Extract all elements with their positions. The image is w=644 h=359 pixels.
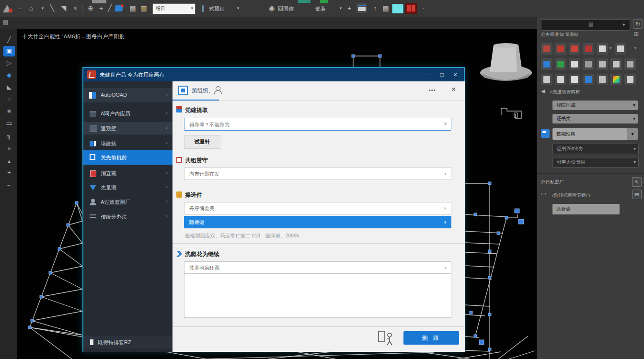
sidebar-item-3-selected[interactable]: 关先前机前 [83, 150, 172, 165]
panel-button[interactable]: 既析囊 [552, 204, 620, 214]
tool-rect-icon[interactable]: ▣ [3, 46, 15, 56]
tool-grid-icon[interactable] [624, 74, 636, 85]
section4-row[interactable]: 梵蒂冈疯狂画› [184, 261, 451, 274]
search-input[interactable] [188, 119, 435, 130]
caret-down-icon[interactable]: ▾ [634, 46, 636, 50]
tool-move-icon[interactable]: + [3, 168, 15, 178]
tool-grid-icon[interactable] [555, 74, 566, 85]
tool-plane-icon[interactable]: ▭ [3, 118, 15, 129]
erase-icon[interactable]: × [70, 3, 80, 13]
tool-grid-icon[interactable] [597, 43, 608, 55]
minus-icon[interactable]: – [15, 3, 26, 13]
red-window-icon[interactable] [405, 3, 417, 14]
arrow-right-icon[interactable]: ▸ [623, 22, 625, 27]
dropdown-3[interactable]: 整能性锵 ▾ [552, 128, 638, 140]
table-icon[interactable] [356, 3, 367, 13]
content-close-icon[interactable]: × [451, 85, 456, 94]
tool-curve-icon[interactable]: ∽ [3, 180, 15, 191]
tool-grid-icon[interactable] [555, 43, 566, 55]
combobox-caret-icon[interactable]: ▾ [191, 6, 193, 11]
layer-row-label[interactable]: 7阶段托素营养组自 [552, 192, 590, 199]
grid-icon[interactable]: ⊞ [634, 31, 639, 37]
tool-flag-icon[interactable]: ◣ [3, 82, 15, 92]
tool-grid-icon[interactable] [541, 43, 552, 55]
restore-button[interactable]: □ [437, 70, 447, 79]
printer-icon[interactable]: ▤ [380, 3, 391, 13]
parallel-icon[interactable]: ∥ [198, 3, 208, 13]
section3-row1[interactable]: 丹序编览美› [184, 202, 451, 214]
tool-grid-icon[interactable] [583, 74, 594, 85]
sidebar-footer-item[interactable]: 既得特排装RZ [83, 336, 172, 348]
tool-draw-icon[interactable]: ╱ [3, 34, 15, 45]
sidebar-item-4[interactable]: 消直藏› [83, 167, 172, 180]
chevron-down-icon[interactable]: ▾ [37, 3, 48, 13]
sidebar-item-0[interactable]: A同户内应历› [83, 107, 172, 120]
tool-grid-icon[interactable] [624, 58, 636, 70]
sidebar-item-6[interactable]: A过效监测厂› [83, 196, 172, 208]
caret-cell[interactable]: ▾ [627, 128, 638, 140]
add-icon[interactable]: + [344, 3, 355, 13]
tool-polygon-icon[interactable]: ▷ [3, 58, 15, 68]
tool-grid-icon[interactable] [615, 43, 626, 55]
sheet-icon[interactable]: ▤ [127, 3, 138, 13]
center-icon[interactable]: ⊕ [85, 3, 96, 13]
tool-lasso-icon[interactable]: ○ [3, 94, 15, 104]
tool-trim-icon[interactable]: × [3, 144, 15, 154]
line-icon[interactable]: ╱ [104, 3, 115, 13]
tool-grid-icon[interactable] [541, 74, 552, 85]
create-button[interactable]: 试量针 [184, 135, 220, 149]
sidebar-item-2[interactable]: 培建筑› [83, 137, 172, 150]
toolbar-label-1[interactable]: 式预程 [209, 5, 231, 12]
sidebar-header-autocad[interactable]: AutoOOAD › [83, 88, 172, 102]
primary-action-button[interactable]: 删 跟 [403, 331, 459, 345]
menu-dots[interactable]: ••• [429, 87, 436, 93]
tool-grid-icon[interactable] [610, 58, 622, 70]
caret-down-icon[interactable]: ▾ [610, 46, 611, 50]
tool-grid-icon[interactable] [555, 58, 566, 70]
minimize-button[interactable]: – [424, 70, 433, 79]
globe-icon[interactable]: ◉ [266, 3, 277, 13]
tool-grid-icon[interactable] [583, 43, 594, 55]
layer-combobox[interactable]: 细目 ▾ [152, 3, 196, 14]
blue-tool-icon[interactable] [115, 4, 125, 12]
content-tab[interactable]: 第组织、 [178, 85, 231, 98]
tool-solid-icon[interactable]: ■ [3, 106, 15, 116]
dialog-titlebar[interactable]: 未健世产品 今为在用应画有 – □ × [83, 68, 464, 81]
sidebar-item-1[interactable]: 速致壁› [83, 122, 172, 135]
doc-icon[interactable]: ▤ [3, 19, 8, 25]
sheet2-icon[interactable]: ▥ [138, 3, 149, 13]
label1-caret-icon[interactable]: ▾ [233, 3, 243, 13]
clear-input-icon[interactable]: × [444, 121, 447, 127]
shear-icon[interactable]: ◥ [58, 3, 69, 13]
up-arrow-icon[interactable]: ↑ [370, 3, 380, 13]
tool-grid-icon[interactable] [569, 58, 580, 70]
dropdown-2[interactable]: 还书类▾ [552, 114, 638, 123]
search-box[interactable]: ▤ ▸ [541, 19, 630, 31]
tool-grid-icon[interactable] [541, 58, 552, 70]
section2-row[interactable]: 向市计划在发› [184, 168, 451, 180]
tool-point-icon[interactable]: ▴ [3, 156, 15, 167]
sidebar-item-7[interactable]: 传统分办法› [83, 211, 172, 223]
pencil-icon[interactable]: ╲ [47, 3, 58, 13]
tool-grid-icon[interactable] [569, 43, 580, 55]
overflow-dot-icon[interactable]: · [418, 3, 428, 13]
tool-corner-icon[interactable]: ┓ [3, 131, 15, 141]
tool-hatch-icon[interactable]: ◆ [3, 70, 15, 80]
close-button[interactable]: × [450, 70, 460, 79]
toolbar-label-2[interactable]: 回国连 [278, 5, 300, 12]
cyan-display-icon[interactable] [392, 4, 403, 13]
tool-grid-icon[interactable] [597, 74, 608, 85]
home-icon[interactable]: ⌂ [26, 3, 36, 13]
tool-grid-icon[interactable] [583, 58, 594, 70]
select-cursor-icon[interactable]: ↖ [632, 177, 642, 187]
dropdown-5[interactable]: 引申办设费用▾ [552, 157, 639, 168]
refresh-icon[interactable]: ↻ [633, 19, 643, 29]
tool-grid-icon[interactable] [569, 74, 580, 85]
app-logo[interactable] [2, 3, 14, 14]
dropdown-4[interactable]: 证书26mb办▾ [552, 144, 639, 154]
dropdown-1[interactable]: 规院国威▾ [552, 101, 638, 110]
color-wheel-icon[interactable] [610, 74, 622, 85]
sidebar-item-5[interactable]: 先量测› [83, 181, 172, 194]
list-icon[interactable]: ▤ [632, 190, 642, 199]
toolbar-label-3[interactable]: 嵌装 [315, 5, 333, 12]
